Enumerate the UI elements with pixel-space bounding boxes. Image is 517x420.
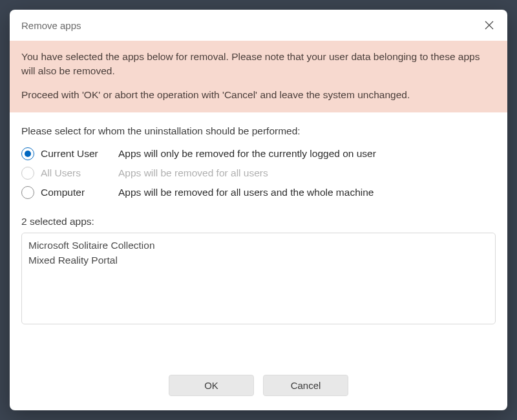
- dialog-buttons: OK Cancel: [10, 362, 507, 410]
- close-button[interactable]: [480, 16, 498, 34]
- cancel-button[interactable]: Cancel: [263, 375, 348, 396]
- radio-description: Apps will be removed for all users and t…: [118, 187, 374, 198]
- radio-label: Current User: [41, 148, 118, 160]
- radio-current-user[interactable]: Current User Apps will only be removed f…: [21, 147, 496, 160]
- dialog-title: Remove apps: [21, 20, 81, 31]
- close-icon: [485, 21, 494, 30]
- titlebar: Remove apps: [10, 10, 507, 41]
- selected-apps-count: 2 selected apps:: [21, 216, 496, 227]
- radio-icon: [21, 147, 34, 160]
- warning-text-2: Proceed with 'OK' or abort the operation…: [21, 88, 496, 102]
- ok-button[interactable]: OK: [169, 375, 254, 396]
- scope-radio-group: Current User Apps will only be removed f…: [21, 147, 496, 199]
- remove-apps-dialog: Remove apps You have selected the apps b…: [10, 10, 507, 410]
- radio-computer[interactable]: Computer Apps will be removed for all us…: [21, 186, 496, 199]
- radio-description: Apps will be removed for all users: [118, 167, 268, 179]
- radio-label: All Users: [41, 167, 118, 179]
- radio-description: Apps will only be removed for the curren…: [118, 148, 376, 160]
- dialog-content: Please select for whom the uninstallatio…: [10, 112, 507, 362]
- selected-apps-list: Microsoft Solitaire Collection Mixed Rea…: [21, 233, 496, 324]
- radio-icon: [21, 167, 34, 180]
- radio-all-users: All Users Apps will be removed for all u…: [21, 167, 496, 180]
- radio-icon: [21, 186, 34, 199]
- list-item: Microsoft Solitaire Collection: [28, 238, 489, 253]
- warning-text-1: You have selected the apps below for rem…: [21, 50, 496, 79]
- select-prompt: Please select for whom the uninstallatio…: [21, 125, 496, 137]
- warning-banner: You have selected the apps below for rem…: [10, 41, 507, 112]
- radio-label: Computer: [41, 187, 118, 198]
- list-item: Mixed Reality Portal: [28, 253, 489, 268]
